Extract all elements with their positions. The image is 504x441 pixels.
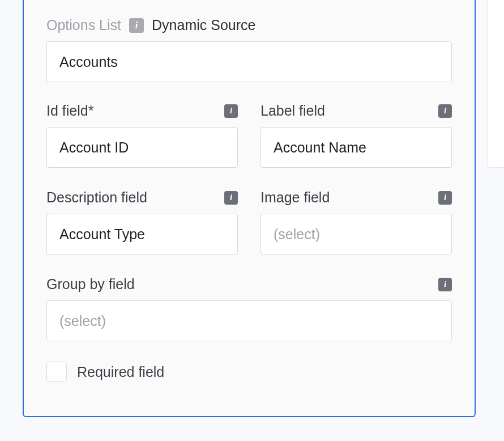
image-field-label-row: Image field i	[260, 189, 452, 206]
label-field-label-row: Label field i	[260, 103, 452, 119]
group-by-field-label: Group by field	[46, 276, 135, 292]
id-field-label: Id field*	[46, 103, 93, 119]
required-field-label: Required field	[77, 364, 164, 380]
info-icon[interactable]: i	[129, 18, 144, 33]
config-panel: Options List i Dynamic Source Accounts I…	[23, 0, 476, 417]
required-field-checkbox[interactable]	[46, 362, 67, 382]
options-list-header: Options List i Dynamic Source	[46, 17, 452, 33]
info-icon[interactable]: i	[224, 104, 238, 118]
options-source-field: Accounts	[46, 41, 452, 82]
id-field-label-row: Id field* i	[46, 103, 238, 119]
group-by-field-select[interactable]: (select)	[46, 300, 452, 341]
required-field-row: Required field	[46, 362, 452, 382]
image-field-select[interactable]: (select)	[260, 214, 452, 255]
id-field-select[interactable]: Account ID	[46, 127, 238, 168]
group-by-field-label-row: Group by field i	[46, 276, 452, 292]
description-field-group: Description field i Account Type	[46, 189, 238, 255]
info-icon[interactable]: i	[438, 278, 452, 291]
group-by-field-group: Group by field i (select)	[46, 276, 452, 341]
image-field-group: Image field i (select)	[260, 189, 452, 255]
info-icon[interactable]: i	[438, 191, 452, 205]
options-source-select[interactable]: Accounts	[46, 41, 452, 82]
id-label-row: Id field* i Account ID Label field i Acc…	[46, 103, 452, 168]
options-list-label: Options List	[46, 17, 121, 33]
label-field-group: Label field i Account Name	[260, 103, 452, 168]
side-panel	[487, 0, 504, 168]
id-field-group: Id field* i Account ID	[46, 103, 238, 168]
description-image-row: Description field i Account Type Image f…	[46, 189, 452, 255]
info-icon[interactable]: i	[224, 191, 238, 205]
description-field-label-row: Description field i	[46, 189, 238, 206]
image-field-label: Image field	[260, 189, 330, 206]
label-field-label: Label field	[260, 103, 325, 119]
dynamic-source-label: Dynamic Source	[152, 17, 255, 33]
info-icon[interactable]: i	[438, 104, 452, 118]
description-field-select[interactable]: Account Type	[46, 214, 238, 255]
label-field-select[interactable]: Account Name	[260, 127, 452, 168]
description-field-label: Description field	[46, 189, 147, 206]
